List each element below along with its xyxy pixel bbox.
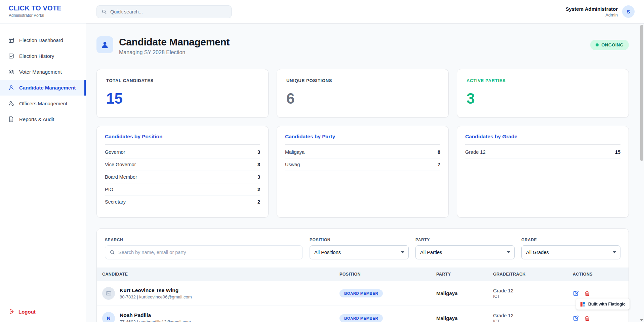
delete-candidate-button[interactable] [584,315,590,321]
candidate-identity: Noah Padilla 77-4602 | noahpadilla12@gma… [120,312,191,322]
broken-image-icon [106,290,112,296]
row-label: Secretary [105,199,126,205]
sidebar-item-label: Officers Management [19,101,67,106]
election-status-badge: ONGOING [590,40,629,50]
grade-filter-select[interactable]: All Grades [521,245,620,259]
breakdown-row: PIO 2 [105,183,260,196]
logout-label: Logout [18,309,36,315]
grade-level: Grade 12 [493,313,573,318]
grade-cell: Grade 12 ICT [493,313,573,322]
scrollbar-thumb[interactable] [640,25,643,161]
breakdown-row: Uswag 7 [285,158,440,171]
page-icon-box [96,36,113,53]
stat-label: UNIQUE POSITIONS [286,78,439,83]
candidates-by-party-card: Candidates by Party Maligaya 8 Uswag 7 [277,126,449,218]
sidebar-item-label: Election Dashboard [19,37,63,43]
stat-card-unique-positions: UNIQUE POSITIONS 6 [277,69,449,118]
row-value: 7 [438,162,440,167]
position-filter-select[interactable]: All Positions [310,245,409,259]
candidate-identity: Kurt Leovince Tse Wing 80-7832 | kurtleo… [120,287,192,299]
stat-label: ACTIVE PARTIES [467,78,619,83]
row-label: Maligaya [285,149,305,155]
trash-icon [584,315,590,321]
candidate-avatar: N [102,312,115,322]
candidate-person-icon [100,40,109,49]
party-filter-group: PARTY All Parties [415,238,515,259]
position-badge: BOARD MEMBER [339,314,383,322]
page-subtitle: Managing SY 2028 Election [119,49,230,56]
sidebar-item-officers-management[interactable]: Officers Management [0,96,86,111]
table-row: Kurt Leovince Tse Wing 80-7832 | kurtleo… [97,281,629,306]
delete-candidate-button[interactable] [584,290,590,296]
edit-pencil-icon [573,315,579,321]
grade-select-wrap: All Grades [521,245,620,259]
grade-filter-group: GRADE All Grades [521,238,620,259]
flatlogic-badge-label: Built with Flatlogic [588,302,626,307]
column-header-candidate: CANDIDATE [97,272,339,277]
row-value: 3 [257,174,260,180]
sidebar-item-voter-management[interactable]: Voter Management [0,64,86,80]
column-header-party: PARTY [436,272,493,277]
sidebar-item-reports-audit[interactable]: Reports & Audit [0,111,86,127]
main-content: Candidate Management Managing SY 2028 El… [86,24,644,322]
column-header-grade: GRADE/TRACK [493,272,573,277]
sidebar-item-label: Voter Management [19,69,62,75]
quick-search-input[interactable] [110,9,227,14]
scrollbar[interactable] [639,0,644,322]
stat-card-active-parties: ACTIVE PARTIES 3 [457,69,629,118]
status-badge-label: ONGOING [601,42,623,47]
row-value: 8 [438,149,440,155]
position-cell: BOARD MEMBER [339,289,436,297]
built-with-flatlogic-badge[interactable]: Built with Flatlogic [576,298,630,310]
breakdown-rows: Grade 12 15 [465,146,620,158]
party-cell: Maligaya [436,290,493,296]
table-header: CANDIDATE POSITION PARTY GRADE/TRACK ACT… [97,267,629,281]
breakdown-grid: Candidates by Position Governor 3 Vice G… [96,126,629,218]
page-header: Candidate Management Managing SY 2028 El… [96,36,629,56]
user-block[interactable]: System Administrator Admin S [566,5,635,18]
edit-candidate-button[interactable] [573,315,579,321]
candidate-name: Noah Padilla [120,312,191,318]
scrollbar-down-arrow-icon[interactable] [640,319,643,321]
page-title: Candidate Management [119,36,230,48]
candidate-search-box[interactable] [105,245,303,259]
quick-search[interactable] [96,5,232,18]
candidate-search-input[interactable] [118,250,298,255]
breakdown-rows: Maligaya 8 Uswag 7 [285,146,440,171]
dashboard-grid-icon [8,37,14,43]
candidates-by-position-card: Candidates by Position Governor 3 Vice G… [96,126,269,218]
edit-pencil-icon [573,290,579,296]
stat-card-total-candidates: TOTAL CANDIDATES 15 [96,69,269,118]
card-title: Candidates by Party [285,134,440,145]
avatar[interactable]: S [622,5,635,18]
sidebar-item-election-dashboard[interactable]: Election Dashboard [0,32,86,48]
column-header-position: POSITION [339,272,436,277]
user-name: System Administrator [566,6,618,12]
edit-candidate-button[interactable] [573,290,579,296]
logout-button[interactable]: Logout [0,301,86,322]
position-select-wrap: All Positions [310,245,409,259]
party-filter-select[interactable]: All Parties [415,245,515,259]
search-icon [110,250,115,255]
row-value: 2 [257,187,260,192]
breakdown-row: Grade 12 15 [465,146,620,158]
candidate-avatar-broken-image-icon [102,287,115,300]
search-filter-label: SEARCH [105,238,303,242]
brand-title: CLICK TO VOTE [9,4,77,12]
report-document-icon [8,116,14,122]
candidates-list-card: SEARCH POSITION All Positions [96,228,629,322]
candidate-name: Kurt Leovince Tse Wing [120,287,192,293]
sidebar-item-candidate-management[interactable]: Candidate Management [0,80,86,96]
search-icon [102,9,107,14]
breakdown-row: Maligaya 8 [285,146,440,158]
sidebar-item-label: Election History [19,53,54,59]
flatlogic-logo-icon [580,301,586,307]
user-meta: System Administrator Admin [566,6,618,17]
trash-icon [584,290,590,296]
sidebar-item-election-history[interactable]: Election History [0,48,86,64]
candidate-cell: N Noah Padilla 77-4602 | noahpadilla12@g… [97,312,339,322]
breakdown-row: Governor 3 [105,146,260,158]
candidate-meta: 77-4602 | noahpadilla12@gmail.com [120,319,191,322]
row-label: Governor [105,149,125,155]
candidate-meta: 80-7832 | kurtleovince06@gmail.com [120,294,192,299]
